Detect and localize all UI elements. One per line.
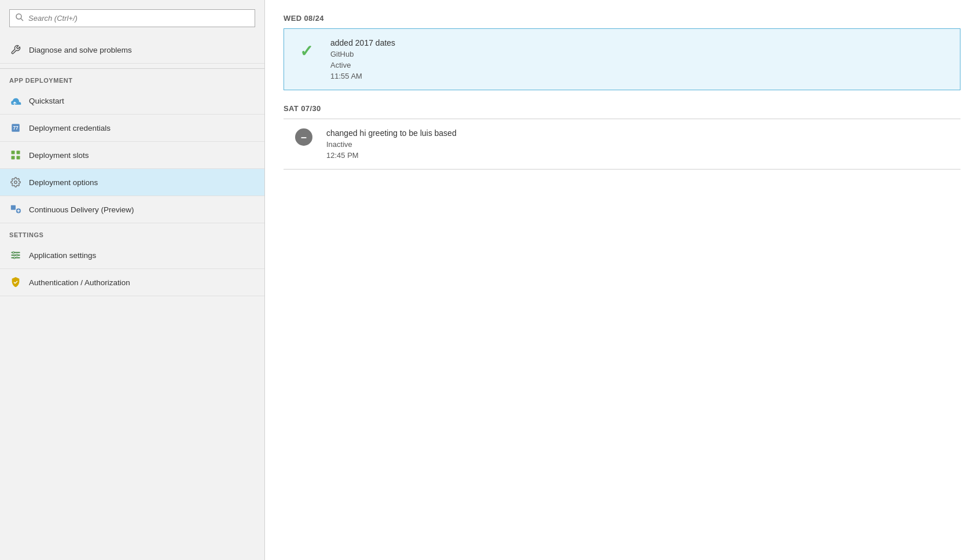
gear-icon — [9, 176, 22, 189]
deployment-entry-2[interactable]: – changed hi greeting to be luis based I… — [284, 119, 960, 170]
wrench-icon — [9, 43, 22, 56]
date-header-wed: WED 08/24 — [284, 14, 960, 23]
date-header-sat: SAT 07/30 — [284, 104, 960, 113]
sidebar-item-quickstart[interactable]: Quickstart — [0, 87, 264, 115]
sidebar-item-authentication-authorization[interactable]: Authentication / Authorization — [0, 269, 264, 296]
section-label-settings: SETTINGS — [0, 223, 264, 242]
date-group-wed: WED 08/24 ✓ added 2017 dates GitHub Acti… — [284, 14, 960, 90]
sidebar-item-deployment-slots[interactable]: Deployment slots — [0, 142, 264, 169]
sidebar-item-continuous-delivery[interactable]: Continuous Delivery (Preview) — [0, 196, 264, 223]
sidebar-item-deployment-options-label: Deployment options — [29, 178, 98, 187]
deployment-info-1: added 2017 dates GitHub Active 11:55 AM — [330, 38, 395, 80]
section-label-app-deployment: APP DEPLOYMENT — [0, 69, 264, 87]
cd-icon — [9, 203, 22, 216]
svg-point-0 — [16, 14, 21, 19]
svg-point-15 — [13, 257, 15, 259]
svg-line-1 — [21, 19, 23, 21]
deploy-slots-icon — [9, 149, 22, 161]
svg-point-14 — [16, 255, 18, 256]
deployment-entry-1[interactable]: ✓ added 2017 dates GitHub Active 11:55 A… — [284, 28, 960, 90]
sidebar-item-application-settings-label: Application settings — [29, 251, 96, 260]
cloud-icon — [9, 94, 22, 107]
deployment-source-1: GitHub — [330, 50, 395, 58]
sidebar-item-application-settings[interactable]: Application settings — [0, 242, 264, 269]
status-icon-inactive-2: – — [295, 128, 312, 146]
svg-point-13 — [13, 252, 14, 253]
svg-rect-7 — [17, 156, 20, 160]
sidebar-item-deployment-slots-label: Deployment slots — [29, 151, 89, 160]
checkmark-icon: ✓ — [300, 42, 313, 61]
deployment-status-2: Inactive — [326, 140, 457, 149]
sidebar-item-diagnose-label: Diagnose and solve problems — [29, 46, 132, 54]
sidebar-item-deployment-credentials[interactable]: 77 Deployment credentials — [0, 115, 264, 142]
svg-rect-6 — [12, 156, 15, 160]
svg-text:77: 77 — [13, 126, 19, 131]
search-input[interactable] — [28, 14, 249, 23]
main-content: WED 08/24 ✓ added 2017 dates GitHub Acti… — [265, 0, 979, 560]
deployment-title-2: changed hi greeting to be luis based — [326, 128, 457, 138]
deployment-status-1: Active — [330, 61, 395, 69]
search-bar[interactable] — [9, 9, 255, 27]
svg-rect-5 — [17, 151, 20, 154]
sidebar-item-deployment-options[interactable]: Deployment options — [0, 169, 264, 196]
sidebar-item-diagnose[interactable]: Diagnose and solve problems — [0, 36, 264, 64]
deployment-info-2: changed hi greeting to be luis based Ina… — [326, 128, 457, 160]
sidebar: Diagnose and solve problems APP DEPLOYME… — [0, 0, 265, 560]
deployment-time-1: 11:55 AM — [330, 72, 395, 80]
deployment-time-2: 12:45 PM — [326, 151, 457, 160]
sidebar-item-authentication-authorization-label: Authentication / Authorization — [29, 278, 130, 287]
app-settings-icon — [9, 249, 22, 261]
date-group-sat: SAT 07/30 – changed hi greeting to be lu… — [284, 104, 960, 170]
sidebar-item-deployment-credentials-label: Deployment credentials — [29, 124, 111, 132]
auth-icon — [9, 276, 22, 289]
svg-rect-8 — [11, 205, 16, 210]
sidebar-scroll-area: Diagnose and solve problems APP DEPLOYME… — [0, 32, 264, 560]
entries-container-sat: – changed hi greeting to be luis based I… — [284, 119, 960, 170]
sidebar-item-continuous-delivery-label: Continuous Delivery (Preview) — [29, 205, 134, 214]
minus-circle-icon: – — [295, 128, 312, 146]
search-icon — [16, 13, 24, 23]
sidebar-item-quickstart-label: Quickstart — [29, 97, 64, 105]
svg-rect-4 — [12, 151, 15, 154]
deployment-title-1: added 2017 dates — [330, 38, 395, 47]
deploy-cred-icon: 77 — [9, 121, 22, 134]
status-icon-active-1: ✓ — [296, 40, 316, 61]
